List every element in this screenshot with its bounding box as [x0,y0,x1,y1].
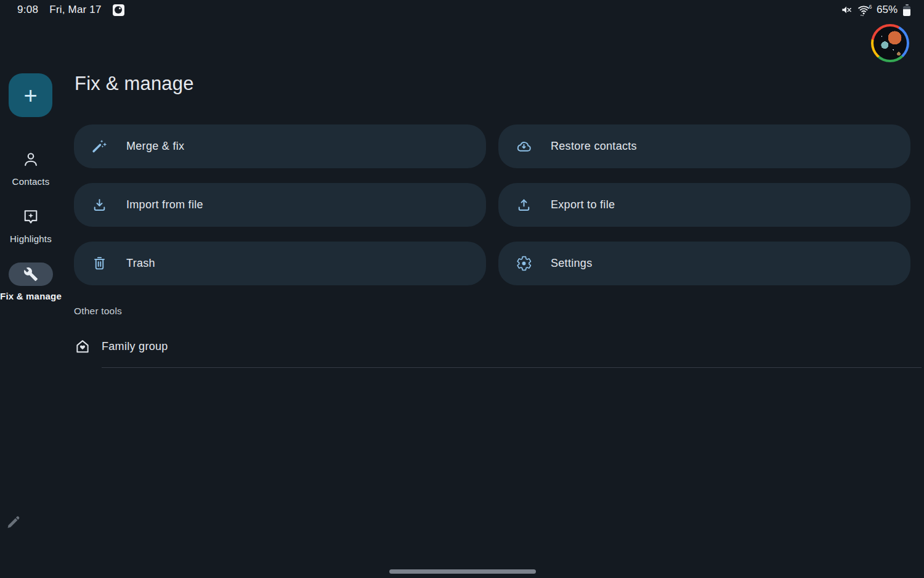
date: Fri, Mar 17 [49,4,101,16]
sidebar-item-label: Contacts [12,176,50,187]
wifi-icon: 6 [857,3,872,17]
status-bar-left: 9:08 Fri, Mar 17 [17,4,124,16]
restore-contacts-card[interactable]: Restore contacts [498,124,910,168]
sidebar-item-label: Fix & manage [0,291,62,301]
clock: 9:08 [17,4,38,16]
sidebar-nav: Contacts Highlights Fix & manage [0,148,62,320]
sidebar-item-label: Highlights [10,234,52,244]
upload-icon [516,197,532,213]
card-label: Export to file [551,198,615,211]
download-icon [91,197,108,213]
plus-icon: + [23,84,37,107]
card-label: Trash [126,257,155,270]
card-label: Restore contacts [551,140,637,153]
cloud-restore-icon [516,138,532,155]
screenshot-icon [113,4,124,16]
magic-wand-icon [91,138,108,155]
wrench-icon [9,263,53,286]
sidebar-item-highlights[interactable]: Highlights [0,205,62,244]
home-indicator-handle[interactable] [389,569,536,574]
stylus-pencil-icon [4,512,22,531]
gear-icon [516,255,532,272]
trash-icon [91,255,108,272]
card-label: Import from file [126,198,203,211]
trash-card[interactable]: Trash [74,242,486,285]
merge-and-fix-card[interactable]: Merge & fix [74,124,486,168]
account-avatar[interactable] [871,24,909,62]
battery-icon [903,4,910,16]
other-tools-section-label: Other tools [74,306,122,317]
settings-card[interactable]: Settings [498,242,910,285]
sidebar-item-fix-and-manage[interactable]: Fix & manage [0,263,62,301]
card-label: Merge & fix [126,140,184,153]
sidebar-item-contacts[interactable]: Contacts [0,148,62,187]
fix-manage-cards: Merge & fix Restore contacts Import from… [74,124,910,285]
sound-muted-icon [840,4,853,16]
status-bar: 9:08 Fri, Mar 17 6 65% [0,0,924,20]
divider [102,367,922,368]
status-bar-right: 6 65% [840,3,910,17]
person-icon [9,148,53,171]
card-label: Settings [551,257,592,270]
page-title: Fix & manage [75,73,194,95]
highlights-icon [9,205,53,229]
create-contact-fab[interactable]: + [9,73,52,117]
avatar-image [873,26,907,60]
import-from-file-card[interactable]: Import from file [74,183,486,227]
svg-text:6: 6 [869,4,872,10]
battery-percentage: 65% [877,4,898,16]
family-group-row[interactable]: Family group [74,335,910,358]
export-to-file-card[interactable]: Export to file [498,183,910,227]
tool-label: Family group [102,340,168,353]
family-home-icon [74,338,91,355]
